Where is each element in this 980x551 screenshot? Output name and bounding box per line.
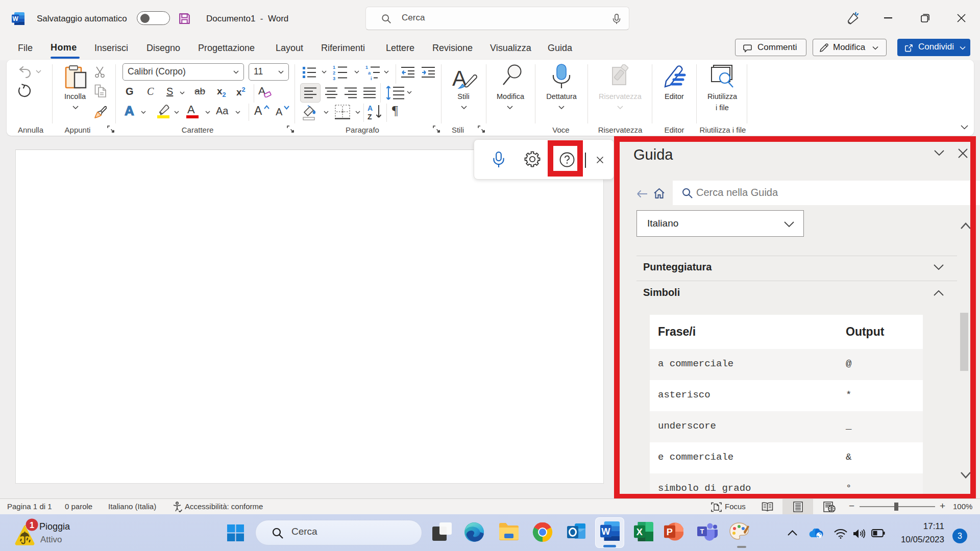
svg-text:1: 1 — [30, 520, 34, 530]
svg-text:T: T — [700, 528, 704, 535]
svg-text:1: 1 — [365, 65, 368, 70]
svg-text:W: W — [601, 526, 610, 537]
svg-text:i: i — [371, 76, 372, 81]
svg-text:a: a — [368, 70, 371, 76]
svg-text:3: 3 — [333, 76, 335, 81]
svg-text:2: 2 — [333, 70, 335, 76]
svg-text:P: P — [667, 527, 673, 537]
svg-text:Z: Z — [368, 113, 372, 120]
svg-text:X: X — [636, 527, 643, 537]
svg-text:1: 1 — [333, 65, 335, 70]
svg-text:A: A — [368, 104, 373, 112]
svg-text:W: W — [13, 15, 19, 22]
